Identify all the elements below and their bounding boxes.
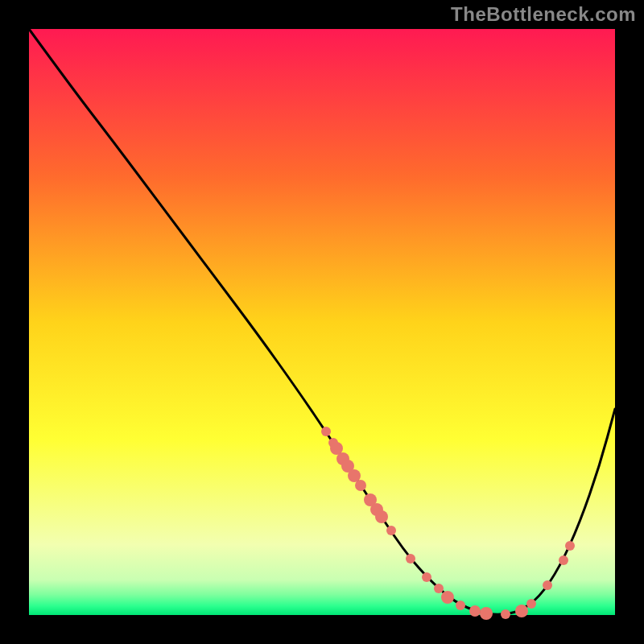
curve-marker bbox=[422, 572, 431, 582]
plot-background bbox=[29, 29, 615, 615]
curve-marker bbox=[501, 609, 510, 619]
curve-marker bbox=[375, 510, 388, 523]
curve-marker bbox=[441, 591, 454, 604]
curve-marker bbox=[434, 584, 444, 593]
curve-marker bbox=[355, 480, 366, 491]
curve-marker bbox=[406, 554, 415, 564]
curve-marker bbox=[386, 526, 396, 535]
curve-marker bbox=[565, 541, 575, 551]
chart-canvas: TheBottleneck.com bbox=[0, 0, 644, 644]
curve-marker bbox=[515, 605, 528, 617]
curve-marker bbox=[469, 605, 481, 617]
watermark-text: TheBottleneck.com bbox=[451, 3, 636, 26]
curve-marker bbox=[480, 607, 493, 620]
curve-marker bbox=[543, 580, 552, 590]
curve-marker bbox=[559, 555, 568, 565]
curve-marker bbox=[526, 599, 536, 609]
chart-svg bbox=[0, 0, 644, 644]
curve-marker bbox=[321, 427, 331, 436]
curve-marker bbox=[456, 601, 465, 610]
